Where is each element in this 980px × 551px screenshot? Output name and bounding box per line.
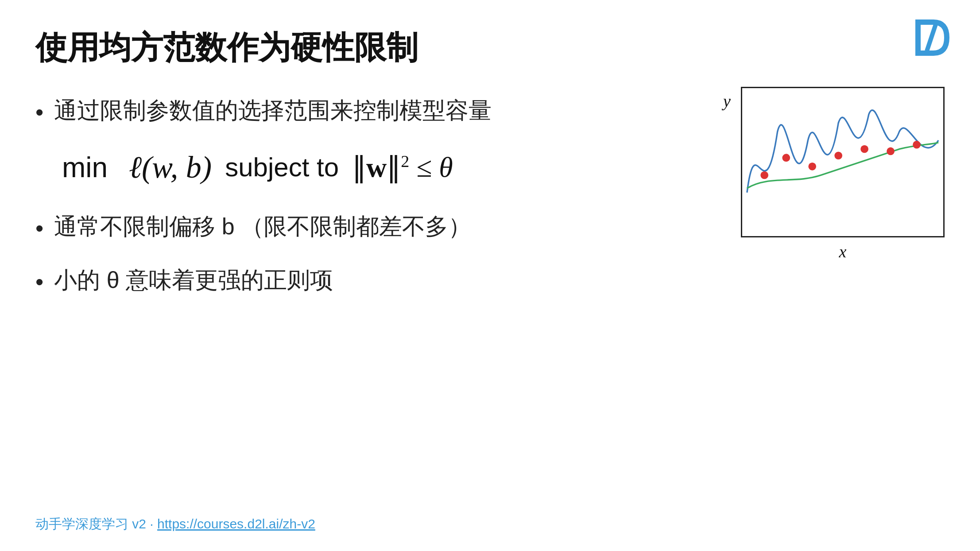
chart-container bbox=[741, 87, 945, 237]
svg-point-1 bbox=[760, 171, 768, 179]
chart-svg bbox=[742, 88, 943, 236]
svg-point-4 bbox=[834, 151, 842, 159]
footer: 动手学深度学习 v2 · https://courses.d2l.ai/zh-v… bbox=[35, 515, 315, 533]
bullet-item-2: • 通常不限制偏移 b （限不限制都差不多） bbox=[35, 212, 688, 244]
right-content: y bbox=[714, 87, 945, 261]
svg-point-2 bbox=[782, 154, 790, 162]
footer-link[interactable]: https://courses.d2l.ai/zh-v2 bbox=[157, 516, 315, 531]
footer-text: 动手学深度学习 v2 · bbox=[35, 516, 157, 531]
page-title: 使用均方范数作为硬性限制 bbox=[35, 27, 945, 69]
content-area: • 通过限制参数值的选择范围来控制模型容量 min ℓ(w, b) subjec… bbox=[35, 96, 945, 319]
chart-x-label: x bbox=[741, 242, 945, 261]
bullet-text-1: 通过限制参数值的选择范围来控制模型容量 bbox=[54, 96, 492, 126]
bullet-text-2: 通常不限制偏移 b （限不限制都差不多） bbox=[54, 212, 471, 242]
svg-point-7 bbox=[913, 141, 921, 149]
formula-min: min bbox=[62, 151, 116, 184]
slide: 使用均方范数作为硬性限制 • 通过限制参数值的选择范围来控制模型容量 min ℓ… bbox=[0, 0, 980, 551]
formula-norm: ‖w‖2 ≤ θ bbox=[352, 151, 453, 184]
svg-line-0 bbox=[927, 24, 936, 51]
left-content: • 通过限制参数值的选择范围来控制模型容量 min ℓ(w, b) subjec… bbox=[35, 96, 714, 319]
bullet-item-3: • 小的 θ 意味着更强的正则项 bbox=[35, 265, 688, 297]
formula-ell: ℓ(w, b) bbox=[129, 150, 212, 185]
svg-point-5 bbox=[860, 145, 868, 153]
bullet-dot-3: • bbox=[35, 267, 43, 297]
formula-block: min ℓ(w, b) subject to ‖w‖2 ≤ θ bbox=[62, 150, 688, 185]
bullet-dot-2: • bbox=[35, 213, 43, 244]
bullet-item-1: • 通过限制参数值的选择范围来控制模型容量 bbox=[35, 96, 688, 128]
svg-point-6 bbox=[887, 147, 895, 155]
bullet-dot-1: • bbox=[35, 97, 43, 128]
formula-subject-to: subject to bbox=[225, 152, 339, 182]
logo bbox=[909, 18, 953, 58]
bullet-text-3: 小的 θ 意味着更强的正则项 bbox=[54, 265, 333, 295]
svg-point-3 bbox=[808, 163, 816, 171]
chart-y-label: y bbox=[723, 91, 731, 111]
